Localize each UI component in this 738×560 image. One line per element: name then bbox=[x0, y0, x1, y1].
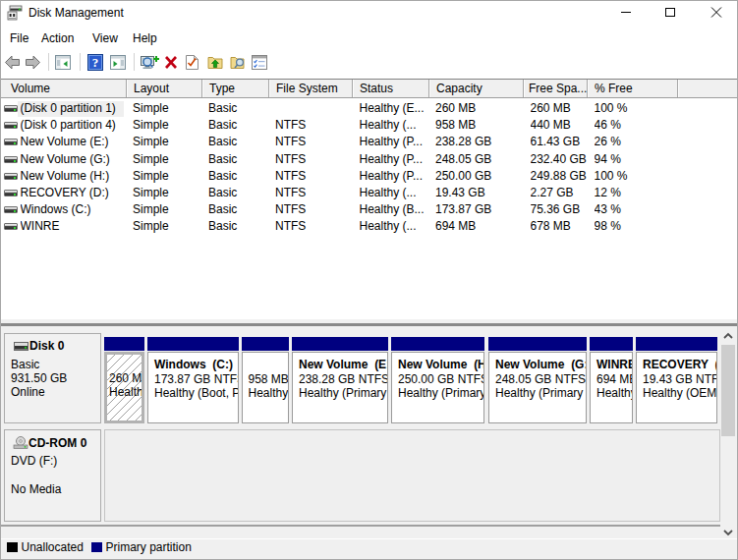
svg-text:?: ? bbox=[92, 55, 99, 70]
